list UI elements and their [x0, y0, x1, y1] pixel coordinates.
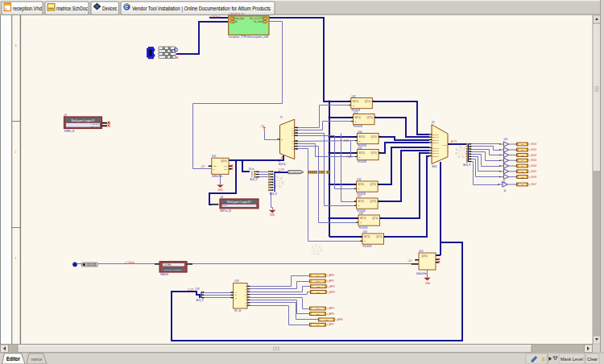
svg-text:x_AFF0: x_AFF0 — [327, 274, 335, 277]
svg-text:U2: U2 — [64, 114, 68, 117]
svg-text:F008: F008 — [347, 155, 352, 159]
svg-text:+5V: +5V — [201, 165, 205, 168]
svg-text:matrice: matrice — [31, 357, 43, 362]
svg-text:x_RxD0: x_RxD0 — [529, 143, 537, 146]
svg-text:B(7:0): B(7:0) — [364, 235, 370, 238]
svg-text:reception.Vhd: reception.Vhd — [13, 6, 42, 12]
svg-text:60Hz/1Hz: 60Hz/1Hz — [212, 175, 222, 178]
svg-text:B3(7:0): B3(7:0) — [432, 142, 439, 143]
svg-text:U10: U10 — [212, 155, 217, 158]
svg-text:8l8lTxx_l8: 8l8lTxx_l8 — [220, 209, 231, 213]
svg-text:GND: GND — [425, 282, 430, 285]
svg-text:x_TxData: x_TxData — [125, 261, 134, 264]
svg-text:10R: 10R — [316, 313, 320, 315]
svg-text:10R: 10R — [316, 275, 320, 276]
svg-text:Y1: Y1 — [280, 116, 283, 119]
svg-text:B(7:0): B(7:0) — [353, 100, 358, 103]
svg-text:U13: U13 — [354, 111, 358, 114]
svg-text:FD16CE: FD16CE — [358, 160, 366, 163]
svg-text:x_AFF2: x_AFF2 — [328, 285, 336, 288]
svg-text:x_RxD7: x_RxD7 — [529, 183, 537, 186]
svg-text:B(3:0): B(3:0) — [279, 163, 286, 166]
svg-text:FD16CE: FD16CE — [354, 125, 362, 128]
svg-text:B(7:0): B(7:0) — [358, 183, 364, 186]
svg-text:U13: U13 — [419, 250, 424, 253]
svg-text:B7(7:0): B7(7:0) — [432, 155, 439, 157]
svg-text:Q(3:0): Q(3:0) — [421, 254, 427, 258]
svg-text:x_RxD3: x_RxD3 — [529, 159, 537, 162]
svg-text:U20: U20 — [503, 138, 507, 141]
svg-text:C1-P9: C1-P9 — [279, 168, 285, 172]
svg-text:F008: F008 — [344, 139, 349, 143]
svg-text:10R: 10R — [521, 155, 524, 156]
svg-text:B1(7:0): B1(7:0) — [432, 136, 439, 138]
svg-text:U14: U14 — [358, 130, 362, 134]
svg-text:U17: U17 — [357, 195, 362, 198]
svg-text:x_RxD4: x_RxD4 — [529, 164, 537, 168]
svg-text:A-4: A-4 — [281, 156, 285, 159]
svg-text:GND: GND — [270, 213, 275, 217]
svg-text:BUS_R: BUS_R — [270, 192, 277, 196]
svg-text:B(7:0): B(7:0) — [358, 200, 364, 203]
svg-text:8l8lRx_l8: 8l8lRx_l8 — [64, 130, 75, 133]
svg-text:bit_valide: bit_valide — [254, 20, 263, 23]
svg-text:bits_recu(7:0): bits_recu(7:0) — [250, 17, 263, 20]
svg-text:Frequency Generator: Frequency Generator — [163, 269, 181, 271]
svg-text:Q(3:0): Q(3:0) — [221, 159, 226, 163]
svg-text:B(7:0): B(7:0) — [360, 217, 366, 220]
svg-text:U18: U18 — [359, 212, 364, 215]
svg-text:matrice.SchDoc: matrice.SchDoc — [56, 6, 89, 11]
svg-text:10R: 10R — [316, 308, 320, 309]
svg-text:Q(7:0): Q(7:0) — [371, 151, 377, 155]
svg-text:B(7:0): B(7:0) — [355, 116, 361, 119]
svg-text:x_AFF3: x_AFF3 — [328, 291, 336, 294]
svg-text:U15: U15 — [358, 147, 362, 150]
svg-text:B(7:0): B(7:0) — [359, 135, 365, 139]
svg-text:x_AFF1: x_AFF1 — [327, 279, 335, 283]
svg-text:reception_TOP.vhd reception_v: reception_TOP.vhd reception_vhdl — [229, 35, 268, 39]
svg-text:A1-T9: A1-T9 — [451, 140, 457, 143]
svg-text:3: 3 — [15, 44, 17, 48]
svg-text:FD16CE: FD16CE — [363, 245, 372, 248]
svg-text:10R: 10R — [521, 165, 524, 167]
svg-text:10R: 10R — [316, 280, 320, 282]
svg-text:8l8l009: 8l8l009 — [160, 273, 168, 276]
svg-text:Q(7:0): Q(7:0) — [365, 100, 370, 103]
svg-text:+5V: +5V — [260, 125, 264, 128]
svg-text:GND: GND — [218, 188, 223, 192]
svg-text:Vendor Tool Installation | Onl: Vendor Tool Installation | Online Docume… — [132, 6, 271, 12]
svg-text:U21: U21 — [502, 180, 506, 184]
svg-text:U19: U19 — [196, 287, 200, 291]
svg-text:NetLyzer LogicIO: NetLyzer LogicIO — [227, 201, 252, 204]
svg-text:x_AFF5: x_AFF5 — [327, 312, 335, 316]
svg-text:U16: U16 — [357, 178, 362, 181]
svg-text:B(7:0): B(7:0) — [359, 151, 365, 155]
svg-text:Q(3:4): Q(3:4) — [222, 205, 228, 207]
svg-text:x_TxClock: x_TxClock — [210, 15, 221, 19]
svg-text:10R: 10R — [521, 143, 524, 145]
svg-text:10R: 10R — [316, 286, 320, 287]
svg-text:U_RECEPTION_TOP: U_RECEPTION_TOP — [229, 13, 244, 16]
svg-text:Q(7:0): Q(7:0) — [370, 183, 376, 186]
svg-text:10R: 10R — [521, 159, 524, 161]
svg-text:+5V: +5V — [407, 259, 412, 263]
svg-text:x_AFF6: x_AFF6 — [336, 318, 344, 321]
svg-text:Q(7:0): Q(7:0) — [371, 135, 377, 139]
svg-text:MUX: MUX — [432, 165, 437, 168]
svg-text:B5(7:0): B5(7:0) — [432, 150, 439, 151]
svg-text:2: 2 — [15, 151, 17, 154]
svg-text:UART(7:0): UART(7:0) — [289, 172, 302, 174]
svg-text:x_RxD6: x_RxD6 — [529, 176, 537, 179]
svg-text:B0(7:0): B0(7:0) — [432, 134, 439, 135]
svg-text:Q(7:0): Q(7:0) — [372, 217, 378, 220]
svg-text:x_RxD5: x_RxD5 — [529, 170, 537, 173]
svg-text:v: v — [5, 6, 7, 11]
svg-text:x_AFF7: x_AFF7 — [327, 323, 335, 326]
svg-text:Devices: Devices — [102, 6, 117, 11]
svg-text:x_RxD1: x_RxD1 — [529, 148, 537, 151]
svg-text:BUS_R: BUS_R — [463, 163, 470, 167]
svg-text:8: 8 — [542, 357, 545, 362]
svg-text:Clear: Clear — [587, 356, 598, 362]
svg-text:10R: 10R — [325, 319, 328, 321]
svg-text:BT_00: BT_00 — [234, 309, 242, 312]
